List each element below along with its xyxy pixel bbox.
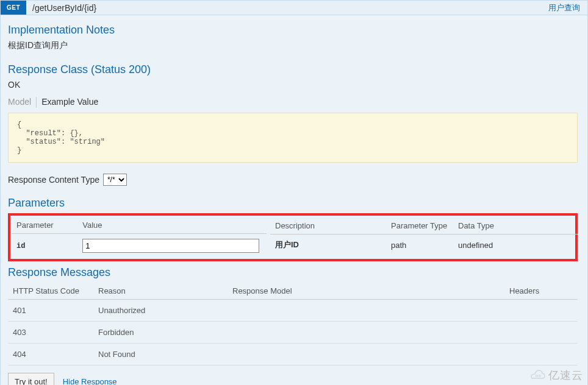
implementation-notes-title: Implementation Notes <box>8 24 578 37</box>
example-value-box[interactable]: { "result": {}, "status": "string" } <box>8 113 578 163</box>
response-reason-cell: Forbidden <box>93 322 228 344</box>
param-header-dtype: Data Type <box>453 217 578 235</box>
implementation-notes-text: 根据ID查询用户 <box>8 40 578 51</box>
table-row: 用户ID path undefined <box>270 235 578 256</box>
table-row: 403 Forbidden <box>8 322 578 344</box>
table-row: id <box>12 234 267 258</box>
param-header-parameter: Parameter <box>12 217 77 234</box>
response-reason-cell: Unauthorized <box>93 300 228 322</box>
watermark: 亿速云 <box>530 368 583 383</box>
try-it-out-button[interactable]: Try it out! <box>8 373 54 385</box>
operation-header[interactable]: GET /getUserById/{id} 用户查询 <box>1 1 587 15</box>
response-model-cell <box>228 322 504 344</box>
param-description-cell: 用户ID <box>270 235 386 256</box>
param-header-description: Description <box>270 217 386 235</box>
actions-row: Try it out! Hide Response <box>8 373 578 385</box>
response-model-cell <box>228 344 504 366</box>
param-ptype-cell: path <box>386 235 453 256</box>
response-messages-table: HTTP Status Code Reason Response Model H… <box>8 283 578 366</box>
response-headers-cell <box>504 300 578 322</box>
svg-point-0 <box>536 375 538 377</box>
response-messages-title: Response Messages <box>8 266 578 279</box>
response-content-type-label: Response Content Type <box>8 175 99 185</box>
tab-model[interactable]: Model <box>8 97 37 108</box>
param-dtype-cell: undefined <box>453 235 578 256</box>
tab-example-value[interactable]: Example Value <box>41 97 103 108</box>
param-value-cell <box>77 234 267 258</box>
http-method-badge: GET <box>1 1 26 15</box>
svg-point-1 <box>539 375 541 377</box>
table-row: 404 Not Found <box>8 344 578 366</box>
response-header-model: Response Model <box>228 283 504 300</box>
response-headers-cell <box>504 344 578 366</box>
response-model-cell <box>228 300 504 322</box>
operation-body: Implementation Notes 根据ID查询用户 Response C… <box>1 15 587 385</box>
response-headers-cell <box>504 322 578 344</box>
response-class-text: OK <box>8 80 578 90</box>
response-header-code: HTTP Status Code <box>8 283 93 300</box>
parameters-table-highlighted: Parameter Value id <box>12 217 267 258</box>
param-header-ptype: Parameter Type <box>386 217 453 235</box>
response-reason-cell: Not Found <box>93 344 228 366</box>
response-content-type-row: Response Content Type */* <box>8 174 578 186</box>
response-header-headers: Headers <box>504 283 578 300</box>
schema-tabs: Model Example Value <box>8 97 578 108</box>
response-code-cell: 404 <box>8 344 93 366</box>
endpoint-path: /getUserById/{id} <box>32 3 548 13</box>
response-class-title: Response Class (Status 200) <box>8 63 578 76</box>
response-content-type-select[interactable]: */* <box>103 174 127 186</box>
param-value-input[interactable] <box>82 239 259 253</box>
hide-response-link[interactable]: Hide Response <box>63 377 117 385</box>
param-header-value: Value <box>77 217 267 234</box>
response-header-reason: Reason <box>93 283 228 300</box>
param-name-cell: id <box>12 234 77 258</box>
endpoint-summary: 用户查询 <box>548 2 580 13</box>
response-code-cell: 401 <box>8 300 93 322</box>
operation-panel: GET /getUserById/{id} 用户查询 Implementatio… <box>0 0 588 385</box>
watermark-text: 亿速云 <box>548 368 583 383</box>
response-code-cell: 403 <box>8 322 93 344</box>
cloud-icon <box>530 370 546 381</box>
parameters-title: Parameters <box>8 197 578 210</box>
parameters-table-rest: Description Parameter Type Data Type 用户I… <box>270 217 578 255</box>
table-row: 401 Unauthorized <box>8 300 578 322</box>
